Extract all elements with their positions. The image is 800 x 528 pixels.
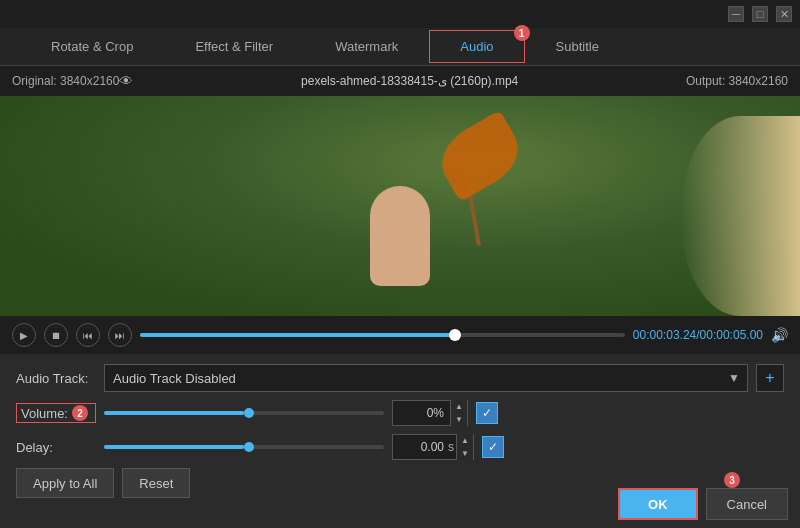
progress-track[interactable]	[140, 333, 625, 337]
time-display: 00:00:03.24/00:00:05.00	[633, 328, 763, 342]
volume-slider[interactable]	[104, 411, 384, 415]
volume-value-group: ▲ ▼	[392, 400, 468, 426]
prev-frame-button[interactable]: ⏮	[76, 323, 100, 347]
tabs-row: Rotate & Crop Effect & Filter Watermark …	[0, 28, 800, 66]
playback-bar: ▶ ⏹ ⏮ ⏭ 00:00:03.24/00:00:05.00 🔊	[0, 316, 800, 354]
delay-unit: s	[448, 440, 456, 454]
progress-thumb[interactable]	[449, 329, 461, 341]
apply-all-button[interactable]: Apply to All	[16, 468, 114, 498]
volume-spinner: ▲ ▼	[450, 400, 467, 426]
audio-track-label: Audio Track:	[16, 371, 96, 386]
tab-audio[interactable]: Audio 1	[429, 30, 524, 63]
reset-button[interactable]: Reset	[122, 468, 190, 498]
volume-down-button[interactable]: ▼	[451, 413, 467, 426]
add-audio-button[interactable]: +	[756, 364, 784, 392]
volume-up-button[interactable]: ▲	[451, 400, 467, 413]
original-res: Original: 3840x2160	[12, 74, 119, 88]
delay-label: Delay:	[16, 440, 96, 455]
volume-icon[interactable]: 🔊	[771, 327, 788, 343]
title-bar: ─ □ ✕	[0, 0, 800, 28]
info-bar: Original: 3840x2160 👁 pexels-ahmed-ى-183…	[0, 66, 800, 96]
footer: 3 OK Cancel	[606, 480, 800, 528]
volume-checkbox[interactable]: ✓	[476, 402, 498, 424]
delay-checkbox[interactable]: ✓	[482, 436, 504, 458]
output-res: Output: 3840x2160	[686, 74, 788, 88]
audio-track-select[interactable]: Audio Track Disabled	[104, 364, 748, 392]
volume-input[interactable]	[393, 406, 448, 420]
audio-track-row: Audio Track: Audio Track Disabled ▼ +	[16, 364, 784, 392]
volume-slider-fill	[104, 411, 244, 415]
stop-button[interactable]: ⏹	[44, 323, 68, 347]
tab-effect-filter[interactable]: Effect & Filter	[164, 30, 304, 63]
play-button[interactable]: ▶	[12, 323, 36, 347]
hair-decoration	[680, 116, 800, 316]
progress-fill	[140, 333, 455, 337]
close-button[interactable]: ✕	[776, 6, 792, 22]
delay-down-button[interactable]: ▼	[457, 447, 473, 460]
tab-rotate-crop[interactable]: Rotate & Crop	[20, 30, 164, 63]
ok-badge: 3	[724, 472, 740, 488]
delay-row: Delay: s ▲ ▼ ✓	[16, 434, 784, 460]
delay-up-button[interactable]: ▲	[457, 434, 473, 447]
delay-slider[interactable]	[104, 445, 384, 449]
volume-badge: 2	[72, 405, 88, 421]
volume-slider-thumb[interactable]	[244, 408, 254, 418]
next-frame-button[interactable]: ⏭	[108, 323, 132, 347]
delay-value-group: s ▲ ▼	[392, 434, 474, 460]
ok-button[interactable]: OK	[618, 488, 698, 520]
hand-decoration	[370, 186, 430, 286]
volume-row: Volume: 2 ▲ ▼ ✓	[16, 400, 784, 426]
video-frame	[0, 96, 800, 316]
tab-watermark[interactable]: Watermark	[304, 30, 429, 63]
minimize-button[interactable]: ─	[728, 6, 744, 22]
filename: pexels-ahmed-ى-18338415 (2160p).mp4	[133, 74, 685, 88]
video-preview	[0, 96, 800, 316]
delay-input[interactable]	[393, 440, 448, 454]
eye-icon[interactable]: 👁	[119, 73, 133, 89]
tab-subtitle[interactable]: Subtitle	[525, 30, 630, 63]
cancel-button[interactable]: Cancel	[706, 488, 788, 520]
volume-label: Volume: 2	[16, 403, 96, 423]
delay-slider-fill	[104, 445, 244, 449]
delay-slider-thumb[interactable]	[244, 442, 254, 452]
audio-track-select-wrapper: Audio Track Disabled ▼	[104, 364, 748, 392]
delay-spinner: ▲ ▼	[456, 434, 473, 460]
maximize-button[interactable]: □	[752, 6, 768, 22]
